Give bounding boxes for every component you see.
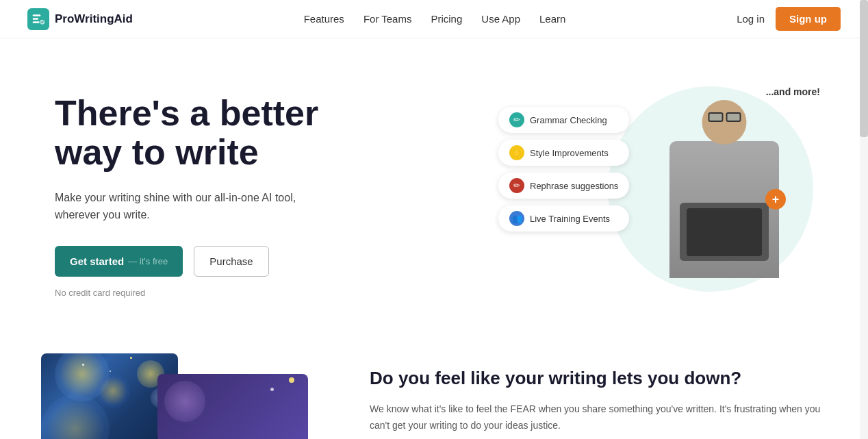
section2-right: Do you feel like your writing lets you d… <box>370 353 827 434</box>
hero-buttons: Get started — it's free Purchase <box>55 246 342 277</box>
logo-text: ProWritingAid <box>55 12 133 26</box>
hero-left: There's a better way to write Make your … <box>55 94 342 298</box>
person-head <box>702 100 747 145</box>
svg-rect-0 <box>33 14 41 16</box>
and-more-label: ...and more! <box>766 86 820 97</box>
no-credit-text: No credit card required <box>55 288 342 298</box>
hero-subtitle: Make your writing shine with our all-in-… <box>55 189 342 224</box>
pill-style: ⚡ Style Improvements <box>498 140 629 166</box>
nav-pricing[interactable]: Pricing <box>431 13 462 25</box>
page-scrollbar[interactable] <box>860 0 868 439</box>
rephrase-icon: ✏ <box>509 178 524 193</box>
nav-actions: Log in Sign up <box>737 7 841 31</box>
image-stack: My idea in my head <box>41 353 301 439</box>
style-icon: ⚡ <box>509 145 524 160</box>
logo-link[interactable]: ProWritingAid <box>27 8 133 30</box>
hero-section: There's a better way to write Make your … <box>0 38 868 340</box>
hero-right: ...and more! + ✏ G <box>498 79 827 312</box>
nav-for-teams[interactable]: For Teams <box>363 13 412 25</box>
hero-title: There's a better way to write <box>55 94 342 172</box>
grammar-icon: ✏ <box>509 112 524 127</box>
feature-pills: ✏ Grammar Checking ⚡ Style Improvements … <box>498 107 629 231</box>
get-started-button[interactable]: Get started — it's free <box>55 246 183 277</box>
logo-icon <box>27 8 49 30</box>
section2: My idea in my head Do you feel like your… <box>0 340 868 439</box>
pill-training: 👥 Live Training Events <box>498 205 629 231</box>
purple-card-image: My idea in my head <box>157 374 308 439</box>
training-icon: 👥 <box>509 211 524 226</box>
svg-rect-2 <box>33 21 40 23</box>
person-glasses <box>702 112 747 122</box>
scrollbar-thumb[interactable] <box>860 0 868 137</box>
person-laptop <box>680 203 769 261</box>
login-link[interactable]: Log in <box>737 13 765 25</box>
nav-features[interactable]: Features <box>304 13 344 25</box>
svg-rect-1 <box>33 18 38 20</box>
section2-text: We know what it's like to feel the FEAR … <box>370 401 827 434</box>
plus-badge: + <box>765 189 786 210</box>
nav-learn[interactable]: Learn <box>539 13 565 25</box>
purchase-button[interactable]: Purchase <box>194 246 268 277</box>
section2-title: Do you feel like your writing lets you d… <box>370 367 827 390</box>
section2-left: My idea in my head <box>41 353 329 439</box>
nav-use-app[interactable]: Use App <box>481 13 520 25</box>
hero-person-image: + <box>656 93 793 299</box>
signup-button[interactable]: Sign up <box>776 7 841 31</box>
navbar: ProWritingAid Features For Teams Pricing… <box>0 0 868 38</box>
nav-links: Features For Teams Pricing Use App Learn <box>304 13 566 25</box>
pill-rephrase: ✏ Rephrase suggestions <box>498 173 629 199</box>
pill-grammar: ✏ Grammar Checking <box>498 107 629 133</box>
